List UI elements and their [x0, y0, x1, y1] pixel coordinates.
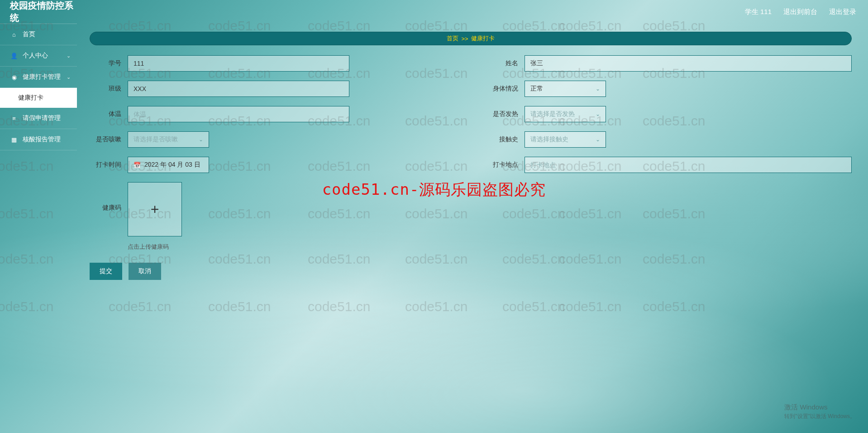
- windows-activate-hint: 激活 Windows 转到"设置"以激活 Windows。: [784, 403, 855, 420]
- label-class: 班级: [90, 85, 121, 93]
- cancel-button[interactable]: 取消: [129, 263, 161, 280]
- row-student-id: 学号: [90, 55, 455, 72]
- select-body[interactable]: 正常 ⌄: [525, 81, 606, 97]
- select-cough-ph: 请选择是否咳嗽: [134, 135, 178, 144]
- label-qrcode: 健康码: [90, 182, 121, 212]
- label-time: 打卡时间: [90, 161, 121, 169]
- grid-icon: ▦: [10, 136, 18, 143]
- row-temp: 体温: [90, 106, 455, 122]
- sidebar-item-label: 个人中心: [23, 52, 48, 60]
- chevron-down-icon: ⌄: [67, 74, 71, 80]
- date-value: 2022 年 04 月 03 日: [144, 161, 200, 169]
- input-student-id[interactable]: [128, 55, 349, 72]
- activate-line1: 激活 Windows: [784, 403, 827, 411]
- select-contact[interactable]: 请选择接触史 ⌄: [525, 131, 606, 148]
- sidebar-item-label: 请假申请管理: [23, 114, 61, 122]
- upload-health-code[interactable]: +: [128, 182, 182, 236]
- user-info[interactable]: 学生 111: [745, 8, 772, 16]
- chevron-down-icon: ⌄: [596, 111, 600, 117]
- label-name: 姓名: [486, 59, 518, 67]
- list-icon: ≡: [10, 115, 18, 122]
- input-class[interactable]: [128, 81, 349, 97]
- app-title: 校园疫情防控系统: [0, 0, 77, 24]
- link-exit-front[interactable]: 退出到前台: [783, 8, 817, 16]
- form: 学号 姓名 班级 身体情况 正常 ⌄: [90, 55, 852, 280]
- row-cough: 是否咳嗽 请选择是否咳嗽 ⌄: [90, 131, 455, 148]
- row-name: 姓名: [486, 55, 852, 72]
- chevron-down-icon: ⌄: [67, 53, 71, 59]
- row-time: 打卡时间 📅 2022 年 04 月 03 日: [90, 157, 455, 173]
- breadcrumb-home[interactable]: 首页: [447, 34, 458, 43]
- plus-icon: +: [151, 201, 159, 218]
- dot-icon: ◉: [10, 74, 18, 81]
- datepicker-time[interactable]: 📅 2022 年 04 月 03 日: [128, 157, 209, 173]
- breadcrumb-page: 健康打卡: [471, 34, 495, 43]
- row-qrcode: 健康码 + 点击上传健康码: [90, 182, 852, 251]
- label-fever: 是否发热: [486, 110, 518, 118]
- chevron-down-icon: ⌄: [199, 136, 203, 143]
- label-temp: 体温: [90, 110, 121, 118]
- sidebar: ⌂ 首页 👤 个人中心 ⌄ ◉ 健康打卡管理 ⌄ 健康打卡 ≡ 请假申请管理 ▦…: [0, 24, 77, 433]
- breadcrumb: 首页 >> 健康打卡: [90, 32, 852, 45]
- sidebar-subitem-health-clock[interactable]: 健康打卡: [0, 88, 77, 108]
- select-cough[interactable]: 请选择是否咳嗽 ⌄: [128, 131, 209, 148]
- sidebar-item-label: 核酸报告管理: [23, 135, 61, 144]
- breadcrumb-sep: >>: [461, 35, 468, 42]
- button-row: 提交 取消: [90, 263, 852, 280]
- topbar: 校园疫情防控系统 学生 111 退出到前台 退出登录: [0, 0, 868, 24]
- row-location: 打卡地点: [486, 157, 852, 173]
- link-logout[interactable]: 退出登录: [829, 8, 856, 16]
- row-contact: 接触史 请选择接触史 ⌄: [486, 131, 852, 148]
- sidebar-item-personal[interactable]: 👤 个人中心 ⌄: [0, 45, 77, 67]
- activate-line2: 转到"设置"以激活 Windows。: [784, 413, 855, 420]
- upload-hint: 点击上传健康码: [128, 243, 182, 251]
- sidebar-item-health[interactable]: ◉ 健康打卡管理 ⌄: [0, 67, 77, 88]
- chevron-down-icon: ⌄: [596, 136, 600, 143]
- input-location[interactable]: [525, 157, 852, 173]
- input-name[interactable]: [525, 55, 852, 72]
- chevron-down-icon: ⌄: [596, 86, 600, 92]
- row-body: 身体情况 正常 ⌄: [486, 81, 852, 97]
- label-body: 身体情况: [486, 85, 518, 93]
- input-temp[interactable]: [128, 106, 349, 122]
- home-icon: ⌂: [10, 31, 18, 38]
- content: 首页 >> 健康打卡 学号 姓名 班级 身体情况: [77, 24, 868, 433]
- row-class: 班级: [90, 81, 455, 97]
- submit-button[interactable]: 提交: [90, 263, 122, 280]
- select-body-value: 正常: [530, 85, 543, 93]
- sidebar-item-nucleic[interactable]: ▦ 核酸报告管理: [0, 129, 77, 150]
- sidebar-item-home[interactable]: ⌂ 首页: [0, 24, 77, 45]
- sidebar-item-leave[interactable]: ≡ 请假申请管理: [0, 108, 77, 129]
- user-icon: 👤: [10, 53, 18, 59]
- label-student-id: 学号: [90, 59, 121, 67]
- sidebar-item-label: 健康打卡管理: [23, 73, 61, 81]
- label-location: 打卡地点: [486, 161, 518, 169]
- select-contact-ph: 请选择接触史: [530, 135, 568, 144]
- select-fever[interactable]: 请选择是否发热 ⌄: [525, 106, 606, 122]
- sidebar-item-label: 首页: [23, 30, 35, 38]
- row-fever: 是否发热 请选择是否发热 ⌄: [486, 106, 852, 122]
- select-fever-ph: 请选择是否发热: [530, 110, 575, 118]
- label-contact: 接触史: [486, 135, 518, 144]
- calendar-icon: 📅: [134, 162, 141, 168]
- label-cough: 是否咳嗽: [90, 135, 121, 144]
